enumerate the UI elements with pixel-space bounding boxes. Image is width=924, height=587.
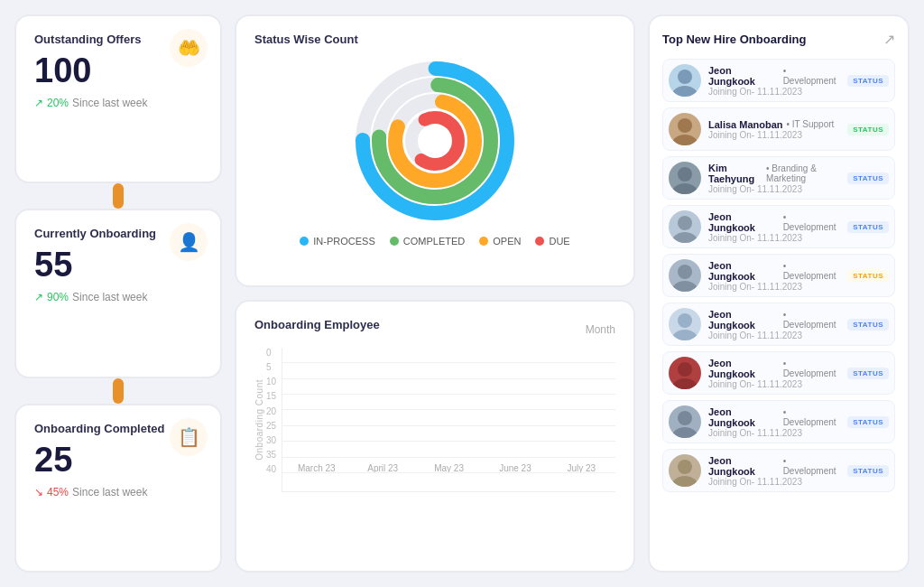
bar-chart-period: Month: [586, 323, 615, 336]
external-link-icon[interactable]: ↗: [883, 31, 895, 48]
onboarding-completed-card: 📋 Onboarding Completed 25 ↘ 45% Since la…: [14, 404, 222, 573]
svg-point-8: [678, 70, 692, 84]
avatar: [669, 162, 701, 194]
hire-dept: • Development: [783, 212, 841, 232]
hire-info: Lalisa Manoban • IT Support Joining On- …: [708, 119, 840, 140]
bar-july: July 23: [557, 459, 606, 473]
hire-info: Jeon Jungkook • Development Joining On- …: [708, 65, 840, 97]
svg-point-19: [672, 330, 698, 340]
legend-dot-completed: [390, 237, 399, 246]
hire-name-row: Jeon Jungkook • Development: [708, 65, 840, 87]
donut-chart-card: Status Wise Count: [235, 14, 635, 287]
hire-name-row: Jeon Jungkook • Development: [708, 309, 840, 331]
avatar: [669, 405, 701, 438]
hire-name: Jeon Jungkook: [708, 358, 780, 379]
y-axis-ticks: 40 35 30 25 20 15 10 5 0: [266, 348, 282, 492]
outstanding-arrow: ↗: [34, 97, 43, 109]
outstanding-change: ↗ 20% Since last week: [34, 97, 202, 109]
hire-info: Jeon Jungkook • Development Joining On- …: [708, 455, 840, 487]
bar-april-label: April 23: [367, 463, 398, 473]
bar-may: May 23: [424, 459, 474, 473]
list-item: Kim Taehyung • Branding & Marketing Join…: [662, 156, 895, 200]
bar-chart-card: Onboarding Employee Month Onboarding Cou…: [235, 300, 635, 573]
dashboard: 🤲 Outstanding Offers 100 ↗ 20% Since las…: [14, 14, 910, 573]
avatar: [669, 308, 701, 340]
hire-dept: • Branding & Marketing: [766, 163, 840, 183]
list-item: Jeon Jungkook • Development Joining On- …: [662, 59, 895, 102]
hire-info: Kim Taehyung • Branding & Marketing Join…: [708, 163, 840, 194]
onboarding-since: Since last week: [72, 291, 147, 303]
bar-march: March 23: [291, 459, 341, 473]
completed-change: ↘ 45% Since last week: [34, 486, 202, 498]
svg-point-14: [678, 216, 692, 230]
status-badge: STATUS: [847, 368, 889, 379]
hire-name-row: Lalisa Manoban • IT Support: [708, 119, 840, 130]
legend-completed: COMPLETED: [390, 236, 465, 247]
outstanding-since: Since last week: [72, 97, 147, 109]
y-axis-label: Onboarding Count: [254, 379, 264, 461]
list-item: Lalisa Manoban • IT Support Joining On- …: [662, 107, 895, 151]
hire-name: Jeon Jungkook: [708, 211, 780, 233]
bar-march-label: March 23: [298, 463, 336, 473]
outstanding-icon: 🤲: [170, 29, 208, 67]
hire-name-row: Jeon Jungkook • Development: [708, 211, 840, 233]
legend-dot-due: [535, 237, 544, 246]
hire-date: Joining On- 11.11.2023: [708, 87, 840, 97]
hire-date: Joining On- 11.11.2023: [708, 477, 840, 487]
hire-date: Joining On- 11.11.2023: [708, 130, 840, 140]
legend-label-completed: COMPLETED: [403, 236, 465, 247]
hire-info: Jeon Jungkook • Development Joining On- …: [708, 260, 840, 292]
legend-label-inprocess: IN-PROCESS: [313, 236, 374, 247]
bar-april: April 23: [358, 459, 408, 473]
svg-point-23: [672, 427, 698, 438]
status-badge: STATUS: [847, 221, 889, 233]
avatar: [669, 259, 701, 292]
avatar: [669, 210, 701, 243]
completed-since: Since last week: [72, 486, 147, 498]
hire-date: Joining On- 11.11.2023: [708, 184, 840, 194]
svg-point-18: [678, 313, 692, 328]
hire-dept: • Development: [783, 66, 841, 86]
hire-name: Kim Taehyung: [708, 163, 762, 184]
status-badge: STATUS: [847, 172, 889, 184]
outstanding-offers-card: 🤲 Outstanding Offers 100 ↗ 20% Since las…: [14, 14, 222, 183]
status-badge: STATUS: [847, 124, 889, 135]
legend-due: DUE: [535, 236, 569, 247]
currently-onboarding-card: 👤 Currently Onboarding 55 ↗ 90% Since la…: [14, 209, 222, 377]
left-column: 🤲 Outstanding Offers 100 ↗ 20% Since las…: [14, 14, 222, 573]
completed-arrow: ↘: [34, 486, 43, 498]
legend-inprocess: IN-PROCESS: [300, 236, 374, 247]
onboarding-arrow: ↗: [34, 291, 43, 303]
hire-name: Lalisa Manoban: [708, 119, 783, 130]
bar-june: June 23: [490, 459, 540, 473]
avatar: [669, 113, 701, 145]
legend-dot-inprocess: [300, 237, 309, 246]
completed-pct: 45%: [47, 486, 69, 498]
hire-name-row: Jeon Jungkook • Development: [708, 455, 840, 477]
hire-dept: • Development: [783, 359, 841, 378]
bar-june-label: June 23: [499, 463, 531, 473]
bar-chart-header: Onboarding Employee Month: [254, 318, 615, 340]
list-item: Jeon Jungkook • Development Joining On- …: [662, 205, 895, 248]
hire-name: Jeon Jungkook: [708, 455, 780, 477]
hire-name: Jeon Jungkook: [708, 309, 780, 331]
svg-point-16: [678, 265, 692, 279]
avatar: [669, 64, 701, 97]
legend-label-open: OPEN: [493, 236, 521, 247]
completed-icon: 📋: [170, 418, 208, 456]
donut-svg: [349, 55, 521, 227]
donut-svg-wrap: [349, 55, 521, 227]
hire-name-row: Jeon Jungkook • Development: [708, 260, 840, 282]
svg-point-20: [678, 362, 692, 377]
hire-name-row: Kim Taehyung • Branding & Marketing: [708, 163, 840, 184]
hire-date: Joining On- 11.11.2023: [708, 428, 840, 438]
connector-2: [113, 378, 124, 404]
status-badge: STATUS: [847, 75, 889, 87]
hire-info: Jeon Jungkook • Development Joining On- …: [708, 211, 840, 243]
avatar: [669, 454, 701, 487]
right-title: Top New Hire Onboarding: [662, 33, 806, 46]
outstanding-pct: 20%: [47, 97, 69, 109]
hire-date: Joining On- 11.11.2023: [708, 331, 840, 340]
hire-name-row: Jeon Jungkook • Development: [708, 406, 840, 428]
hire-dept: • Development: [783, 261, 841, 281]
